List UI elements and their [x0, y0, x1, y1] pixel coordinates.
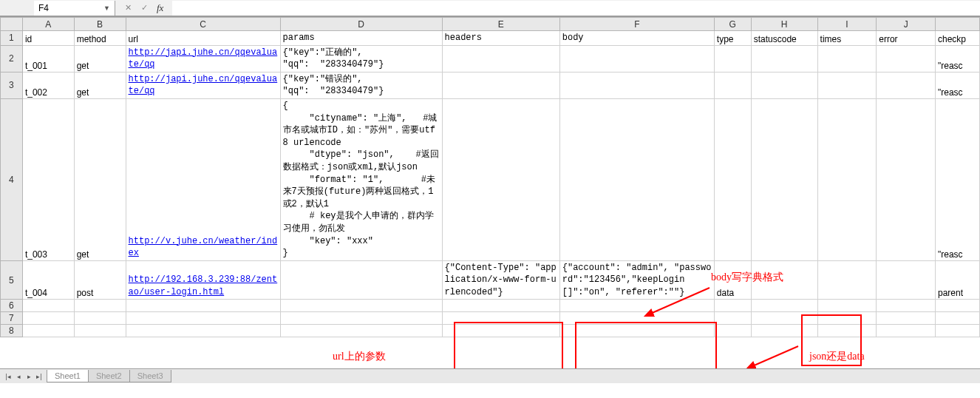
- cell[interactable]: [126, 312, 280, 325]
- cell[interactable]: [714, 72, 751, 98]
- row-header[interactable]: 2: [1, 45, 23, 72]
- cell[interactable]: [751, 312, 817, 325]
- cell[interactable]: get: [74, 98, 126, 260]
- cell[interactable]: [714, 98, 751, 260]
- cell[interactable]: [126, 325, 280, 337]
- cell[interactable]: {"account": "admin", "password":"123456"…: [559, 260, 714, 300]
- url-link[interactable]: http://japi.juhe.cn/qqevaluate/qq: [129, 47, 278, 70]
- col-header[interactable]: B: [74, 18, 126, 31]
- cell[interactable]: [74, 325, 126, 337]
- cell[interactable]: [817, 325, 877, 337]
- cell[interactable]: [817, 72, 877, 98]
- cell[interactable]: [559, 312, 714, 325]
- cell[interactable]: http://v.juhe.cn/weather/index: [126, 98, 280, 260]
- cell[interactable]: body: [559, 31, 714, 46]
- cell[interactable]: [442, 312, 559, 325]
- cell[interactable]: [751, 300, 817, 312]
- cell[interactable]: checkp: [936, 31, 980, 46]
- cell[interactable]: type: [714, 31, 751, 46]
- cell[interactable]: method: [74, 31, 126, 46]
- cell[interactable]: {"Content-Type": "application/x-www-form…: [442, 260, 559, 300]
- cell[interactable]: [22, 300, 74, 312]
- cell[interactable]: [751, 260, 817, 300]
- cell[interactable]: "reasc: [936, 98, 980, 260]
- cell[interactable]: [280, 260, 442, 300]
- row-header[interactable]: 4: [1, 98, 23, 260]
- cell[interactable]: [751, 72, 817, 98]
- cell[interactable]: "reasc: [936, 45, 980, 72]
- sheet-tab-1[interactable]: Sheet1: [47, 370, 89, 382]
- cell[interactable]: http://192.168.3.239:88/zentao/user-logi…: [126, 260, 280, 300]
- cell[interactable]: id: [22, 31, 74, 46]
- cell[interactable]: [280, 325, 442, 337]
- cell[interactable]: [559, 98, 714, 260]
- cell[interactable]: [751, 98, 817, 260]
- row-header[interactable]: 8: [1, 325, 23, 337]
- cell[interactable]: [74, 312, 126, 325]
- cell[interactable]: parent: [936, 260, 980, 300]
- cell[interactable]: http://japi.juhe.cn/qqevaluate/qq: [126, 72, 280, 98]
- name-dropdown-icon[interactable]: ▼: [103, 1, 110, 16]
- cell[interactable]: [442, 98, 559, 260]
- url-link[interactable]: http://192.168.3.239:88/zentao/user-logi…: [129, 274, 278, 297]
- col-header[interactable]: [1, 18, 23, 31]
- cell[interactable]: [936, 325, 980, 337]
- cell[interactable]: [751, 325, 817, 337]
- cell[interactable]: [559, 72, 714, 98]
- cell[interactable]: [714, 325, 751, 337]
- cell[interactable]: [559, 325, 714, 337]
- cell[interactable]: t_003: [22, 98, 74, 260]
- sheet-tab-2[interactable]: Sheet2: [88, 370, 130, 382]
- cell[interactable]: [22, 312, 74, 325]
- col-header[interactable]: F: [559, 18, 714, 31]
- tab-nav-next-icon[interactable]: ▸: [24, 373, 34, 380]
- cell[interactable]: [877, 260, 936, 300]
- cell[interactable]: statuscode: [751, 31, 817, 46]
- row-header[interactable]: 6: [1, 300, 23, 312]
- cell[interactable]: { "cityname": "上海", #城市名或城市ID，如："苏州"，需要u…: [280, 98, 442, 260]
- cell[interactable]: t_004: [22, 260, 74, 300]
- cell[interactable]: get: [74, 72, 126, 98]
- col-header[interactable]: C: [126, 18, 280, 31]
- cell[interactable]: [877, 98, 936, 260]
- cell[interactable]: [714, 300, 751, 312]
- tab-nav-last-icon[interactable]: ▸|: [34, 373, 44, 380]
- row-header[interactable]: 1: [1, 31, 23, 46]
- cell[interactable]: post: [74, 260, 126, 300]
- col-header[interactable]: [936, 18, 980, 31]
- cell[interactable]: [877, 325, 936, 337]
- cell[interactable]: [877, 312, 936, 325]
- cell[interactable]: [559, 300, 714, 312]
- cell[interactable]: data: [714, 260, 751, 300]
- cell[interactable]: [559, 45, 714, 72]
- cancel-icon[interactable]: ✕: [121, 3, 135, 13]
- row-header[interactable]: 3: [1, 72, 23, 98]
- formula-input[interactable]: [172, 1, 980, 16]
- spreadsheet-grid[interactable]: ABCDEFGHIJ1idmethodurlparamsheadersbodyt…: [0, 16, 980, 383]
- cell[interactable]: times: [817, 31, 877, 46]
- name-box[interactable]: F4 ▼: [34, 1, 115, 16]
- fx-icon[interactable]: fx: [154, 2, 166, 14]
- col-header[interactable]: E: [442, 18, 559, 31]
- cell[interactable]: url: [126, 31, 280, 46]
- cell[interactable]: params: [280, 31, 442, 46]
- col-header[interactable]: D: [280, 18, 442, 31]
- cell[interactable]: [714, 45, 751, 72]
- tab-nav-prev-icon[interactable]: ◂: [13, 373, 24, 380]
- url-link[interactable]: http://japi.juhe.cn/qqevaluate/qq: [129, 74, 278, 97]
- accept-icon[interactable]: ✓: [137, 3, 151, 13]
- col-header[interactable]: I: [817, 18, 877, 31]
- cell[interactable]: [714, 312, 751, 325]
- cell[interactable]: [280, 300, 442, 312]
- cell[interactable]: [817, 45, 877, 72]
- cell[interactable]: [817, 312, 877, 325]
- cell[interactable]: [442, 45, 559, 72]
- col-header[interactable]: J: [877, 18, 936, 31]
- cell[interactable]: [817, 300, 877, 312]
- cell[interactable]: [817, 260, 877, 300]
- cell[interactable]: error: [877, 31, 936, 46]
- cell[interactable]: [936, 300, 980, 312]
- tab-nav-first-icon[interactable]: |◂: [3, 373, 13, 380]
- cell[interactable]: [751, 45, 817, 72]
- cell[interactable]: [126, 300, 280, 312]
